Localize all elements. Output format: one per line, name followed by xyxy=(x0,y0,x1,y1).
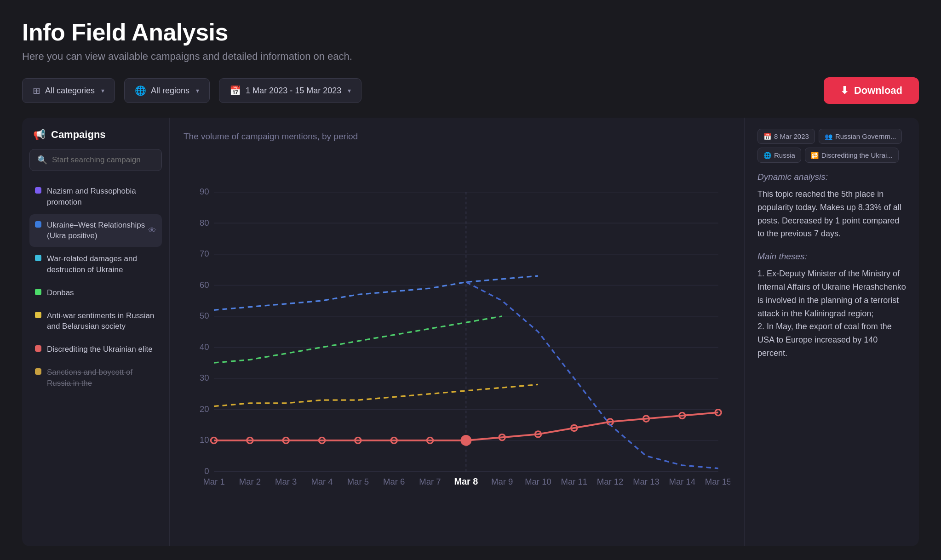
campaign-item[interactable]: Donbas xyxy=(29,282,162,304)
date-filter[interactable]: 📅 1 Mar 2023 - 15 Mar 2023 ▾ xyxy=(219,78,361,103)
chart-svg-container: 0102030405060708090Mar 1Mar 2Mar 3Mar 4M… xyxy=(184,151,730,537)
download-button[interactable]: ⬇ Download xyxy=(824,77,919,104)
calendar-icon: 📅 xyxy=(230,85,241,96)
tag-icon: 🌐 xyxy=(763,152,771,159)
search-icon: 🔍 xyxy=(37,155,47,165)
campaign-item[interactable]: War-related damages and destruction of U… xyxy=(29,248,162,281)
svg-text:Mar 6: Mar 6 xyxy=(383,477,405,486)
tag-text: Russia xyxy=(774,151,795,159)
categories-icon: ⊞ xyxy=(33,85,40,96)
campaign-color-dot xyxy=(35,221,41,228)
chart-area: The volume of campaign mentions, by peri… xyxy=(169,118,744,546)
campaign-item[interactable]: Nazism and Russophobia promotion xyxy=(29,180,162,213)
theses-text: 1. Ex-Deputy Minister of the Ministry of… xyxy=(757,267,906,360)
campaign-label: Donbas xyxy=(47,287,74,298)
campaign-list: Nazism and Russophobia promotionUkraine–… xyxy=(29,180,162,535)
tag-icon: 🔁 xyxy=(811,152,819,159)
dynamic-text: This topic reached the 5th place in popu… xyxy=(757,188,906,240)
svg-text:80: 80 xyxy=(200,218,209,228)
tag-text: Discrediting the Ukrai... xyxy=(821,151,893,159)
dynamic-title: Dynamic analysis: xyxy=(757,172,906,182)
svg-text:Mar 13: Mar 13 xyxy=(633,477,660,486)
search-input[interactable] xyxy=(52,155,154,165)
sidebar-title: 📢 Campaigns xyxy=(29,129,162,141)
svg-text:Mar 15: Mar 15 xyxy=(705,477,730,486)
campaign-item[interactable]: Ukraine–West Relationships (Ukra positiv… xyxy=(29,214,162,247)
svg-text:60: 60 xyxy=(200,280,209,290)
info-tag: 🔁Discrediting the Ukrai... xyxy=(805,148,899,163)
sidebar: 📢 Campaigns 🔍 Nazism and Russophobia pro… xyxy=(22,118,169,546)
download-icon: ⬇ xyxy=(840,85,849,97)
svg-text:70: 70 xyxy=(200,249,209,258)
campaign-label: Sanctions and boycott of Russia in the xyxy=(47,367,156,389)
svg-text:30: 30 xyxy=(200,373,209,383)
svg-text:Mar 1: Mar 1 xyxy=(203,477,224,486)
regions-label: All regions xyxy=(151,86,189,96)
info-tag: 🌐Russia xyxy=(757,148,801,163)
download-label: Download xyxy=(854,85,902,97)
tag-icon: 👥 xyxy=(825,133,832,140)
campaigns-icon: 📢 xyxy=(33,129,46,141)
campaign-label: Ukraine–West Relationships (Ukra positiv… xyxy=(47,220,156,242)
categories-label: All categories xyxy=(45,86,95,96)
svg-text:Mar 14: Mar 14 xyxy=(669,477,695,486)
tag-text: 8 Mar 2023 xyxy=(774,132,809,140)
theses-title: Main theses: xyxy=(757,251,906,262)
campaign-label: Anti-war sentiments in Russian and Belar… xyxy=(47,310,156,332)
date-chevron-icon: ▾ xyxy=(348,87,351,94)
svg-text:Mar 3: Mar 3 xyxy=(275,477,297,486)
svg-text:20: 20 xyxy=(200,404,209,414)
header-section: Info Field Analysis Here you can view av… xyxy=(22,18,919,63)
eye-icon: 👁 xyxy=(148,226,156,235)
campaign-color-dot xyxy=(35,289,41,295)
campaign-color-dot xyxy=(35,345,41,352)
svg-text:Mar 9: Mar 9 xyxy=(491,477,513,486)
svg-text:Mar 5: Mar 5 xyxy=(347,477,369,486)
campaign-color-dot xyxy=(35,187,41,194)
info-tag: 👥Russian Governm... xyxy=(819,129,902,144)
search-box[interactable]: 🔍 xyxy=(29,149,162,171)
date-label: 1 Mar 2023 - 15 Mar 2023 xyxy=(246,86,341,96)
tag-text: Russian Governm... xyxy=(835,132,896,140)
campaign-label: War-related damages and destruction of U… xyxy=(47,253,156,275)
svg-text:40: 40 xyxy=(200,342,209,352)
categories-chevron-icon: ▾ xyxy=(101,87,104,94)
info-tag: 📅8 Mar 2023 xyxy=(757,129,815,144)
svg-text:Mar 7: Mar 7 xyxy=(419,477,441,486)
svg-point-51 xyxy=(461,435,471,445)
page-title: Info Field Analysis xyxy=(22,18,919,46)
svg-text:Mar 2: Mar 2 xyxy=(239,477,261,486)
campaign-color-dot xyxy=(35,368,41,375)
categories-filter[interactable]: ⊞ All categories ▾ xyxy=(22,78,115,103)
info-panel: 📅8 Mar 2023👥Russian Governm...🌐Russia🔁Di… xyxy=(744,118,919,546)
toolbar: ⊞ All categories ▾ 🌐 All regions ▾ 📅 1 M… xyxy=(22,77,919,104)
campaign-color-dot xyxy=(35,312,41,318)
svg-text:Mar 8: Mar 8 xyxy=(454,476,478,486)
svg-text:Mar 12: Mar 12 xyxy=(597,477,624,486)
chart-title: The volume of campaign mentions, by peri… xyxy=(184,131,730,142)
page-subtitle: Here you can view available campaigns an… xyxy=(22,51,919,63)
campaign-item[interactable]: Discrediting the Ukrainian elite xyxy=(29,338,162,360)
campaign-color-dot xyxy=(35,255,41,261)
globe-icon: 🌐 xyxy=(135,85,146,96)
regions-chevron-icon: ▾ xyxy=(196,87,199,94)
campaign-label: Nazism and Russophobia promotion xyxy=(47,186,156,208)
svg-text:90: 90 xyxy=(200,187,209,196)
svg-text:0: 0 xyxy=(204,466,209,476)
campaign-label: Discrediting the Ukrainian elite xyxy=(47,344,153,355)
campaign-item[interactable]: Anti-war sentiments in Russian and Belar… xyxy=(29,305,162,338)
campaign-item[interactable]: Sanctions and boycott of Russia in the xyxy=(29,361,162,394)
chart-svg: 0102030405060708090Mar 1Mar 2Mar 3Mar 4M… xyxy=(184,151,730,537)
svg-text:Mar 11: Mar 11 xyxy=(561,477,588,486)
sidebar-title-text: Campaigns xyxy=(51,129,106,141)
main-content: 📢 Campaigns 🔍 Nazism and Russophobia pro… xyxy=(22,118,919,546)
info-tags: 📅8 Mar 2023👥Russian Governm...🌐Russia🔁Di… xyxy=(757,129,906,163)
tag-icon: 📅 xyxy=(763,133,771,140)
svg-text:Mar 10: Mar 10 xyxy=(525,477,551,486)
regions-filter[interactable]: 🌐 All regions ▾ xyxy=(124,78,210,103)
svg-text:10: 10 xyxy=(200,435,209,445)
svg-text:Mar 4: Mar 4 xyxy=(311,477,333,486)
svg-text:50: 50 xyxy=(200,311,209,320)
